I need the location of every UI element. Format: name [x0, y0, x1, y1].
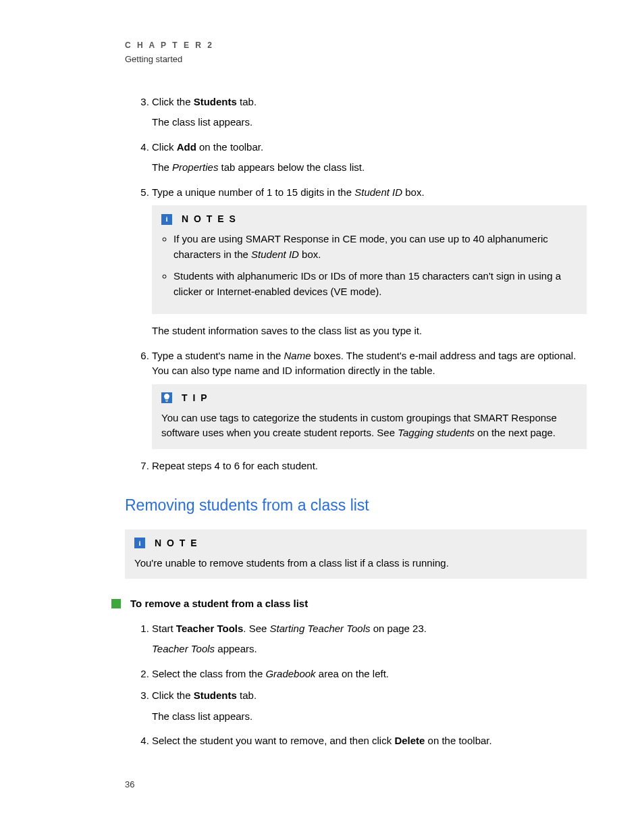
step-subtext: Teacher Tools appears.: [152, 642, 587, 657]
callout-header: i N O T E S: [161, 212, 577, 226]
step-text: Start Teacher Tools. See Starting Teache…: [152, 623, 427, 634]
notes-callout: i N O T E S If you are using SMART Respo…: [152, 205, 587, 314]
note-item-2: Students with alphanumeric IDs or IDs of…: [173, 269, 577, 299]
document-page: C H A P T E R 2 Getting started Click th…: [0, 0, 644, 834]
callout-title: N O T E: [155, 536, 198, 550]
step-list-a: Click the Students tab. The class list a…: [125, 95, 587, 474]
callout-title: N O T E S: [182, 212, 237, 226]
step-text: Type a student's name in the Name boxes.…: [152, 350, 576, 377]
lightbulb-icon: [161, 392, 172, 403]
step-subtext: The Properties tab appears below the cla…: [152, 160, 587, 176]
task-heading: To remove a student from a class list: [111, 596, 587, 612]
step-text: Type a unique number of 1 to 15 digits i…: [152, 186, 425, 198]
callout-header: i N O T E: [134, 536, 577, 550]
callout-header: T I P: [161, 391, 577, 405]
tip-callout: T I P You can use tags to categorize the…: [152, 384, 587, 449]
note-text: You're unable to remove students from a …: [134, 556, 577, 571]
page-number: 36: [125, 778, 134, 791]
step-7: Repeat steps 4 to 6 for each student.: [152, 459, 587, 474]
step-b2: Select the class from the Gradebook area…: [152, 667, 587, 682]
step-3: Click the Students tab. The class list a…: [152, 95, 587, 130]
step-text: Select the class from the Gradebook area…: [152, 668, 389, 679]
step-5: Type a unique number of 1 to 15 digits i…: [152, 185, 587, 339]
chapter-label: C H A P T E R 2: [125, 39, 587, 51]
note-item-1: If you are using SMART Response in CE mo…: [173, 232, 577, 262]
chapter-subtitle: Getting started: [125, 53, 587, 66]
callout-title: T I P: [182, 391, 209, 405]
after-notes-text: The student information saves to the cla…: [152, 323, 587, 339]
step-b4: Select the student you want to remove, a…: [152, 733, 587, 749]
step-b1: Start Teacher Tools. See Starting Teache…: [152, 621, 587, 657]
section-heading: Removing students from a class list: [125, 494, 587, 517]
step-subtext: The class list appears.: [152, 115, 587, 130]
step-6: Type a student's name in the Name boxes.…: [152, 348, 587, 449]
step-b3: Click the Students tab. The class list a…: [152, 688, 587, 724]
step-text: Click the Students tab.: [152, 689, 257, 701]
chapter-header: C H A P T E R 2 Getting started: [125, 39, 587, 66]
square-bullet-icon: [111, 599, 121, 608]
task-heading-text: To remove a student from a class list: [130, 596, 308, 612]
step-text: Click the Students tab.: [152, 96, 257, 107]
step-list-b: Start Teacher Tools. See Starting Teache…: [125, 621, 587, 749]
info-icon: i: [161, 214, 172, 225]
info-icon: i: [134, 538, 145, 548]
notes-list: If you are using SMART Response in CE mo…: [173, 232, 577, 299]
step-text: Repeat steps 4 to 6 for each student.: [152, 460, 318, 471]
tip-text: You can use tags to categorize the stude…: [161, 411, 577, 441]
step-subtext: The class list appears.: [152, 709, 587, 725]
step-text: Select the student you want to remove, a…: [152, 735, 492, 746]
step-4: Click Add on the toolbar. The Properties…: [152, 140, 587, 176]
note-callout: i N O T E You're unable to remove studen…: [125, 529, 587, 579]
step-text: Click Add on the toolbar.: [152, 141, 263, 153]
